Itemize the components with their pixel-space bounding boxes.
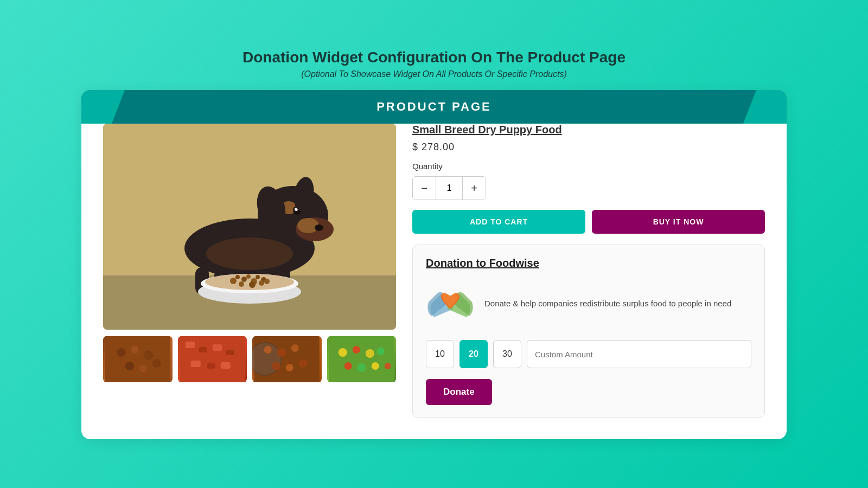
donation-title: Donation to Foodwise [426,257,751,269]
donation-amounts: 10 20 30 [426,340,751,368]
quantity-increment-button[interactable]: + [463,177,486,200]
svg-point-38 [152,359,161,368]
svg-point-28 [235,275,240,279]
svg-point-35 [144,350,154,360]
svg-point-33 [117,348,126,357]
add-to-cart-button[interactable]: ADD TO CART [412,210,585,234]
svg-point-27 [259,280,264,286]
svg-rect-40 [185,342,195,348]
svg-point-54 [299,359,308,368]
thumbnail-2[interactable] [178,336,247,382]
svg-point-63 [384,363,391,369]
svg-point-58 [365,349,374,358]
quantity-decrement-button[interactable]: − [413,177,436,200]
donation-amount-30-button[interactable]: 30 [493,340,521,368]
svg-point-57 [352,346,360,354]
svg-point-21 [230,278,237,284]
donation-widget: Donation to Foodwise Donate & [412,245,765,418]
svg-point-61 [357,363,366,372]
svg-point-36 [125,362,134,370]
svg-point-22 [241,277,247,282]
svg-rect-55 [329,336,394,382]
banner-left-decoration [81,90,125,124]
svg-point-17 [206,237,293,270]
svg-point-56 [338,348,347,357]
page-header: Donation Widget Configuration On The Pro… [242,49,626,79]
donation-amount-10-button[interactable]: 10 [426,340,454,368]
product-details: Small Breed Dry Puppy Food $ 278.00 Quan… [412,124,765,418]
product-name: Small Breed Dry Puppy Food [412,124,765,136]
donation-icon [426,279,475,328]
svg-point-26 [249,281,256,288]
svg-point-50 [277,348,286,357]
quantity-control: − 1 + [412,176,486,200]
main-card: PRODUCT PAGE [81,90,787,439]
page-subtitle: (Optional To Showcase Widget On All Prod… [242,69,626,79]
svg-point-51 [291,344,299,352]
product-banner: PRODUCT PAGE [81,90,787,124]
svg-point-6 [297,218,319,233]
thumbnail-1[interactable] [103,336,173,382]
donation-amount-20-button[interactable]: 20 [459,340,488,368]
svg-point-60 [344,362,352,370]
buy-it-now-button[interactable]: BUY IT NOW [592,210,765,234]
action-buttons: ADD TO CART BUY IT NOW [412,210,765,234]
svg-point-62 [371,362,379,370]
thumbnail-row [103,336,396,382]
product-images [103,124,396,418]
page-title: Donation Widget Configuration On The Pro… [242,49,626,66]
donation-custom-amount-input[interactable] [527,340,751,368]
svg-point-30 [256,275,260,279]
svg-rect-32 [105,336,170,382]
svg-rect-44 [190,361,200,367]
main-product-image [103,124,396,330]
product-content: Small Breed Dry Puppy Food $ 278.00 Quan… [81,124,787,418]
svg-point-59 [376,348,384,355]
svg-point-37 [139,365,147,373]
donation-description: Donate & help companies redistribute sur… [484,298,731,310]
svg-rect-46 [220,362,230,369]
svg-rect-43 [226,350,234,355]
svg-point-52 [272,362,280,370]
svg-point-29 [246,274,251,279]
svg-point-10 [315,224,323,231]
product-price: $ 278.00 [412,142,765,153]
donation-icon-section: Donate & help companies redistribute sur… [426,279,751,328]
quantity-value: 1 [436,177,463,200]
thumbnail-3[interactable] [252,336,322,382]
svg-point-25 [239,281,244,287]
svg-rect-41 [199,347,207,352]
svg-point-34 [131,346,139,354]
donate-button[interactable]: Donate [426,379,492,405]
svg-rect-45 [207,363,215,369]
svg-point-31 [264,279,270,284]
svg-rect-42 [212,344,222,351]
banner-right-decoration [743,90,787,124]
svg-point-49 [264,346,272,354]
svg-point-53 [286,364,293,371]
thumbnail-4[interactable] [327,336,397,382]
banner-label: PRODUCT PAGE [376,100,492,113]
quantity-label: Quantity [412,162,765,171]
